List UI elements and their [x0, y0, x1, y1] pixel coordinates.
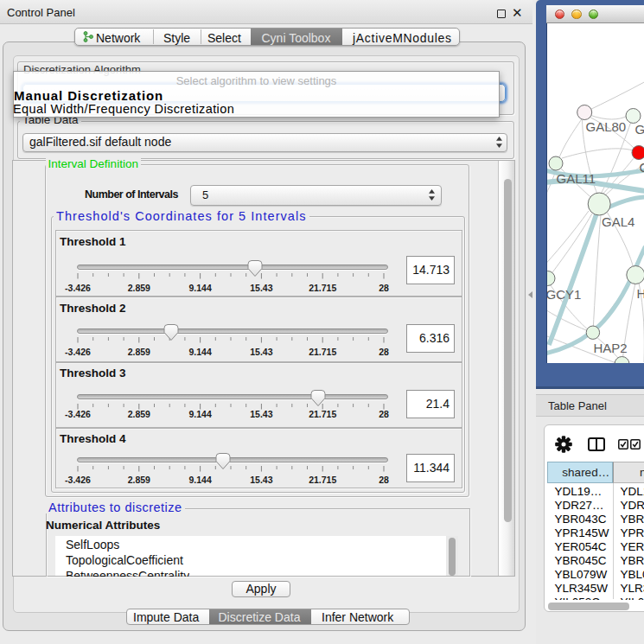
svg-text:H: H	[636, 286, 644, 301]
svg-text:GAL80: GAL80	[585, 119, 626, 134]
svg-text:CD: CD	[639, 160, 644, 175]
svg-text:GCY1: GCY1	[547, 287, 581, 302]
svg-text:GAL4: GAL4	[602, 214, 634, 229]
svg-text:HAP2: HAP2	[593, 341, 627, 355]
svg-text:GAL11: GAL11	[556, 171, 596, 186]
svg-text:G.: G.	[634, 122, 644, 137]
